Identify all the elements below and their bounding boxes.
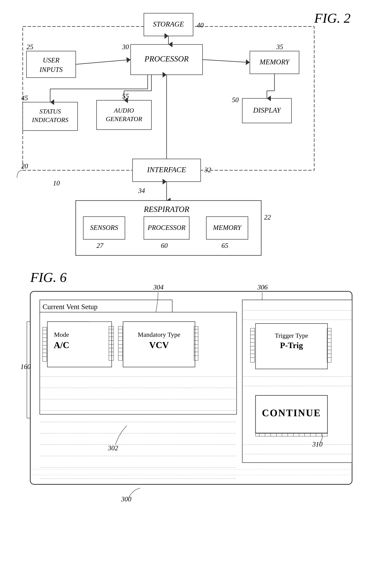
sensors-label: SENSORS	[90, 224, 118, 231]
ref-audio: 55	[122, 92, 129, 100]
fig2-title: FIG. 2	[314, 11, 350, 26]
audio-label1: AUDIO	[114, 107, 134, 114]
mandatory-type-label: Mandatory Type	[138, 331, 180, 338]
resp-memory-label: MEMORY	[213, 224, 242, 231]
ref-device: 10	[53, 179, 60, 187]
ref-300: 300	[121, 495, 131, 503]
ref-processor: 30	[122, 43, 129, 51]
respirator-label: RESPIRATOR	[144, 205, 189, 214]
trigger-type-label: Trigger Type	[275, 332, 308, 339]
mode-label: Mode	[54, 331, 69, 338]
status-label1: STATUS	[39, 108, 61, 115]
ref-306: 306	[257, 284, 268, 291]
user-inputs-box	[27, 51, 76, 78]
ref-resp-processor: 60	[161, 242, 168, 249]
ref-storage: 40	[197, 21, 204, 29]
status-label2: INDICATORS	[32, 116, 69, 123]
ref-310: 310	[312, 441, 322, 448]
mandatory-type-value: VCV	[149, 340, 169, 350]
user-inputs-label1: USER	[43, 56, 59, 64]
audio-label2: GENERATOR	[106, 115, 142, 122]
ref-memory: 35	[276, 43, 283, 51]
audio-gen-box	[97, 100, 151, 129]
processor-label: PROCESSOR	[144, 55, 189, 63]
trigger-type-value: P-Trig	[280, 341, 303, 350]
ref-controller: 20	[21, 162, 28, 170]
page: FIG. 2 STORAGE 40 USER INPUTS 25 PROCESS…	[0, 0, 392, 571]
fig6-diagram: FIG. 6 300 160 Current Vent Setup 302 30…	[15, 263, 375, 547]
ref-connline: 34	[138, 187, 145, 195]
ref20-curve	[17, 170, 23, 178]
memory-label: MEMORY	[259, 58, 290, 66]
ref-interface: 32	[204, 166, 211, 174]
resp-processor-label: PROCESSOR	[147, 224, 186, 231]
processor-memory-line	[203, 60, 250, 62]
continue-label: CONTINUE	[262, 408, 321, 418]
current-vent-label: Current Vent Setup	[43, 303, 98, 311]
ref-respirator: 22	[264, 214, 271, 221]
ref-sensors: 27	[97, 242, 104, 249]
ref-resp-memory: 65	[221, 242, 228, 249]
ref-status: 45	[21, 94, 28, 102]
display-label: DISPLAY	[253, 106, 281, 114]
mode-value: A/C	[54, 340, 70, 350]
ref-160: 160	[20, 363, 31, 371]
fig2-diagram: FIG. 2 STORAGE 40 USER INPUTS 25 PROCESS…	[15, 8, 375, 263]
ref-304: 304	[153, 284, 163, 291]
user-inputs-label2: INPUTS	[39, 66, 63, 73]
fig6-title: FIG. 6	[30, 270, 67, 285]
ref-display: 50	[232, 96, 239, 104]
storage-label: STORAGE	[153, 20, 184, 28]
interface-label: INTERFACE	[147, 165, 186, 174]
ref-302: 302	[108, 444, 118, 452]
userinputs-processor-line	[76, 60, 131, 64]
ref-userinputs: 25	[27, 43, 33, 51]
